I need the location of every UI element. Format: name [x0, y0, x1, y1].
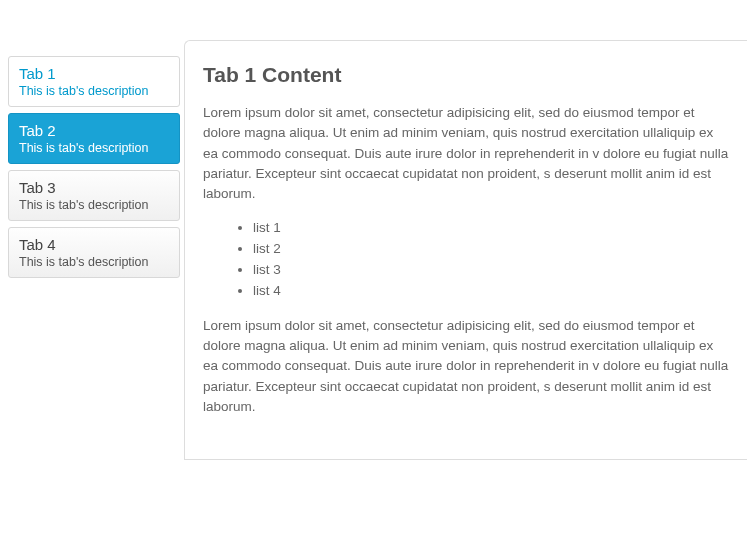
- content-paragraph: Lorem ipsum dolor sit amet, consectetur …: [203, 103, 729, 204]
- tab-desc: This is tab's description: [19, 198, 169, 212]
- tab-content: Tab 1 Content Lorem ipsum dolor sit amet…: [184, 40, 747, 460]
- list-item: list 4: [253, 281, 729, 302]
- tab-title: Tab 3: [19, 179, 169, 196]
- tab-3[interactable]: Tab 3 This is tab's description: [8, 170, 180, 221]
- tab-4[interactable]: Tab 4 This is tab's description: [8, 227, 180, 278]
- list-item: list 2: [253, 239, 729, 260]
- tab-1[interactable]: Tab 1 This is tab's description: [8, 56, 180, 107]
- tab-title: Tab 4: [19, 236, 169, 253]
- tab-layout: Tab 1 This is tab's description Tab 2 Th…: [0, 0, 747, 460]
- content-paragraph: Lorem ipsum dolor sit amet, consectetur …: [203, 316, 729, 417]
- list-item: list 1: [253, 218, 729, 239]
- tab-title: Tab 1: [19, 65, 169, 82]
- tab-desc: This is tab's description: [19, 255, 169, 269]
- list-item: list 3: [253, 260, 729, 281]
- tab-desc: This is tab's description: [19, 84, 169, 98]
- tab-2[interactable]: Tab 2 This is tab's description: [8, 113, 180, 164]
- tab-desc: This is tab's description: [19, 141, 169, 155]
- tab-title: Tab 2: [19, 122, 169, 139]
- content-list: list 1 list 2 list 3 list 4: [203, 218, 729, 302]
- tab-sidebar: Tab 1 This is tab's description Tab 2 Th…: [0, 40, 180, 460]
- content-heading: Tab 1 Content: [203, 63, 729, 87]
